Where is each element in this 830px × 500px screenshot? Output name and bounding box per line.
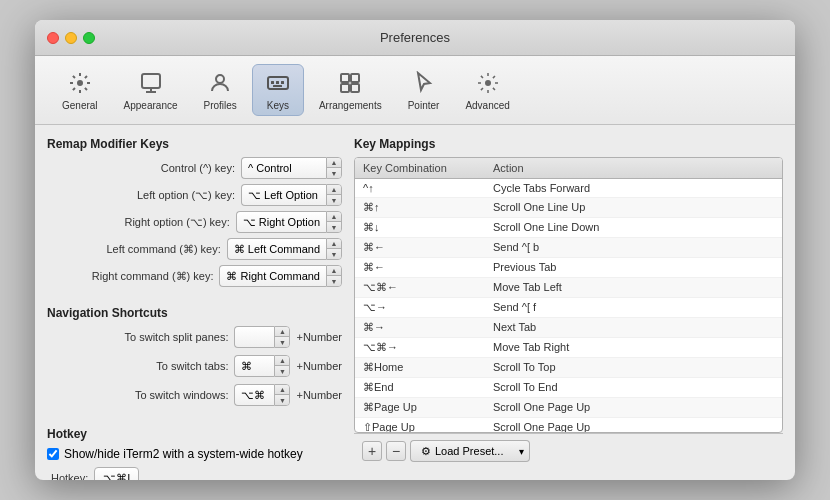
pointer-icon xyxy=(410,69,438,97)
table-row[interactable]: ⌘←Previous Tab xyxy=(355,258,782,278)
table-row[interactable]: ⌘HomeScroll To Top xyxy=(355,358,782,378)
svg-rect-1 xyxy=(142,74,160,88)
table-row[interactable]: ⌥⌘→Move Tab Right xyxy=(355,338,782,358)
remap-row-3: Left command (⌘) key: ⌘ Left Command ▲ ▼ xyxy=(47,238,342,260)
toolbar-item-appearance[interactable]: Appearance xyxy=(113,64,189,116)
table-row[interactable]: ⌘Page UpScroll One Page Up xyxy=(355,398,782,418)
nav-select-2[interactable]: ⌥⌘ xyxy=(234,384,274,406)
remap-spinner-0: ▲ ▼ xyxy=(326,157,342,179)
table-row[interactable]: ⌘↓Scroll One Line Down xyxy=(355,218,782,238)
toolbar-item-advanced[interactable]: Advanced xyxy=(454,64,520,116)
svg-rect-6 xyxy=(271,81,274,84)
remap-select-1[interactable]: ⌥ Left Option xyxy=(241,184,326,206)
cell-key: ⌘↓ xyxy=(363,221,493,234)
remap-label-1: Left option (⌥) key: xyxy=(47,189,241,202)
cell-action: Scroll One Line Up xyxy=(493,201,774,214)
load-preset-dropdown-button[interactable]: ▾ xyxy=(514,440,530,462)
cell-action: Cycle Tabs Forward xyxy=(493,182,774,194)
cell-key: ^↑ xyxy=(363,182,493,194)
col-header-key: Key Combination xyxy=(363,162,493,174)
cell-action: Scroll One Page Up xyxy=(493,421,774,433)
toolbar-general-label: General xyxy=(62,100,98,111)
table-row[interactable]: ⌘→Next Tab xyxy=(355,318,782,338)
minimize-button[interactable] xyxy=(65,32,77,44)
remap-label-0: Control (^) key: xyxy=(47,162,241,174)
nav-label-0: To switch split panes: xyxy=(47,331,234,343)
nav-select-1[interactable]: ⌘ xyxy=(234,355,274,377)
appearance-icon xyxy=(137,69,165,97)
remap-select-0[interactable]: ^ Control xyxy=(241,157,326,179)
remap-select-3[interactable]: ⌘ Left Command xyxy=(227,238,326,260)
remap-spinner-3: ▲ ▼ xyxy=(326,238,342,260)
nav-number-1: +Number xyxy=(296,360,342,372)
toolbar-arrangements-label: Arrangements xyxy=(319,100,382,111)
remap-spin-up-1[interactable]: ▲ xyxy=(327,185,341,195)
nav-control-0: ▲ ▼ +Number xyxy=(234,326,342,348)
table-row[interactable]: ⌘↑Scroll One Line Up xyxy=(355,198,782,218)
table-row[interactable]: ^↑Cycle Tabs Forward xyxy=(355,179,782,198)
remap-row-4: Right command (⌘) key: ⌘ Right Command ▲… xyxy=(47,265,342,287)
titlebar: Preferences xyxy=(35,20,795,56)
toolbar-item-pointer[interactable]: Pointer xyxy=(397,64,451,116)
remap-label-4: Right command (⌘) key: xyxy=(47,270,219,283)
profiles-icon xyxy=(206,69,234,97)
table-row[interactable]: ⇧Page UpScroll One Page Up xyxy=(355,418,782,433)
remap-label-2: Right option (⌥) key: xyxy=(47,216,236,229)
hotkey-input[interactable]: ⌥⌘I xyxy=(94,467,139,480)
zoom-button[interactable] xyxy=(83,32,95,44)
nav-spin-down-0[interactable]: ▼ xyxy=(275,337,289,347)
nav-number-0: +Number xyxy=(296,331,342,343)
cell-key: ⌘← xyxy=(363,241,493,254)
nav-spin-up-0[interactable]: ▲ xyxy=(275,327,289,337)
remap-spin-down-3[interactable]: ▼ xyxy=(327,249,341,259)
toolbar-item-general[interactable]: General xyxy=(51,64,109,116)
remap-select-4[interactable]: ⌘ Right Command xyxy=(219,265,326,287)
cell-key: ⌥⌘→ xyxy=(363,341,493,354)
nav-spinner-2: ▲ ▼ xyxy=(274,384,290,406)
add-mapping-button[interactable]: + xyxy=(362,441,382,461)
nav-control-1: ⌘ ▲ ▼ +Number xyxy=(234,355,342,377)
remap-spin-down-0[interactable]: ▼ xyxy=(327,168,341,178)
cell-action: Send ^[ f xyxy=(493,301,774,314)
remap-row-1: Left option (⌥) key: ⌥ Left Option ▲ ▼ xyxy=(47,184,342,206)
table-row[interactable]: ⌥→Send ^[ f xyxy=(355,298,782,318)
content-area: Remap Modifier Keys Control (^) key: ^ C… xyxy=(35,125,795,480)
toolbar-item-keys[interactable]: Keys xyxy=(252,64,304,116)
toolbar-item-arrangements[interactable]: Arrangements xyxy=(308,64,393,116)
remap-spin-up-4[interactable]: ▲ xyxy=(327,266,341,276)
nav-spin-up-2[interactable]: ▲ xyxy=(275,385,289,395)
nav-title: Navigation Shortcuts xyxy=(47,306,342,320)
nav-spin-down-1[interactable]: ▼ xyxy=(275,366,289,376)
remap-spinner-4: ▲ ▼ xyxy=(326,265,342,287)
show-hide-checkbox[interactable] xyxy=(47,448,59,460)
toolbar-item-profiles[interactable]: Profiles xyxy=(193,64,248,116)
remap-spin-up-3[interactable]: ▲ xyxy=(327,239,341,249)
table-row[interactable]: ⌘←Send ^[ b xyxy=(355,238,782,258)
nav-spin-up-1[interactable]: ▲ xyxy=(275,356,289,366)
remap-spin-down-2[interactable]: ▼ xyxy=(327,222,341,232)
nav-windows-input: ⌥⌘ ▲ ▼ xyxy=(234,384,290,406)
svg-rect-10 xyxy=(341,74,349,82)
load-preset-button[interactable]: ⚙ Load Preset... xyxy=(410,440,514,462)
nav-split-panes-input: ▲ ▼ xyxy=(234,326,290,348)
remap-spin-down-4[interactable]: ▼ xyxy=(327,276,341,286)
remap-spin-down-1[interactable]: ▼ xyxy=(327,195,341,205)
remap-spin-up-2[interactable]: ▲ xyxy=(327,212,341,222)
close-button[interactable] xyxy=(47,32,59,44)
remap-select-2[interactable]: ⌥ Right Option xyxy=(236,211,326,233)
table-row[interactable]: ⌥⌘←Move Tab Left xyxy=(355,278,782,298)
nav-row-2: To switch windows: ⌥⌘ ▲ ▼ +Number xyxy=(47,384,342,406)
remap-control-3: ⌘ Left Command ▲ ▼ xyxy=(227,238,342,260)
svg-point-4 xyxy=(216,75,224,83)
nav-select-0[interactable] xyxy=(234,326,274,348)
right-panel: Key Mappings Key Combination Action ^↑Cy… xyxy=(354,137,783,468)
nav-tabs-input: ⌘ ▲ ▼ xyxy=(234,355,290,377)
nav-spin-down-2[interactable]: ▼ xyxy=(275,395,289,405)
cell-key: ⌘← xyxy=(363,261,493,274)
table-row[interactable]: ⌘EndScroll To End xyxy=(355,378,782,398)
remap-title: Remap Modifier Keys xyxy=(47,137,342,151)
remove-mapping-button[interactable]: − xyxy=(386,441,406,461)
table-header: Key Combination Action xyxy=(355,158,782,179)
general-icon xyxy=(66,69,94,97)
remap-spin-up-0[interactable]: ▲ xyxy=(327,158,341,168)
